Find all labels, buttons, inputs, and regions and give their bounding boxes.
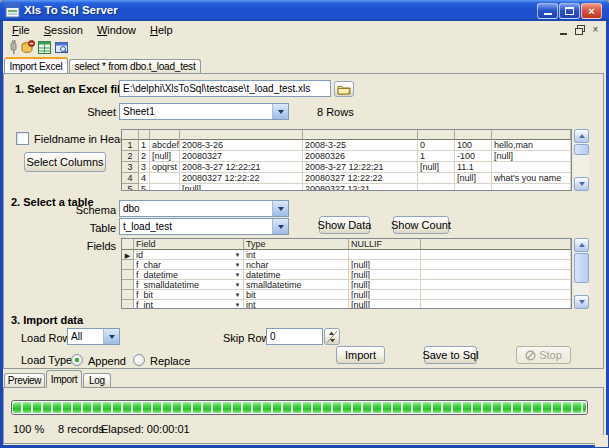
excel-preview-icon[interactable]	[37, 40, 52, 55]
row-number: 5	[122, 184, 139, 191]
cell	[492, 162, 571, 173]
dropdown-icon[interactable]: ▼	[233, 281, 242, 289]
chevron-down-icon[interactable]	[272, 201, 288, 216]
fields-grid-row[interactable]: f_smalldatetime▼ smalldatetime [null]	[122, 280, 571, 290]
app-icon[interactable]	[5, 3, 20, 18]
field-name: f_datetime	[136, 270, 178, 280]
fields-grid-row[interactable]: f_char▼ nchar [null]	[122, 260, 571, 270]
cell: [null]	[418, 162, 455, 173]
tab-log[interactable]: Log	[83, 373, 111, 387]
preview-grid-row[interactable]: 2 2 [null] 20080327 20080326 1 -100 [nul…	[122, 151, 571, 162]
elapsed-time-label: Elapsed: 00:00:01	[101, 423, 190, 435]
cell: 2008-3-26	[180, 140, 303, 151]
minimize-button[interactable]	[537, 3, 558, 19]
cell: 20080327 12:22:22	[303, 173, 418, 184]
sheet-combo[interactable]: Sheet1	[119, 103, 289, 120]
preview-grid-row[interactable]: 4 4 20080327 12:22:22 20080327 12:22:22 …	[122, 173, 571, 184]
schema-combo[interactable]: dbo	[119, 200, 289, 217]
dropdown-icon[interactable]: ▼	[233, 291, 242, 299]
table-combo[interactable]: t_load_test	[119, 218, 289, 235]
skip-rows-input[interactable]	[266, 328, 323, 345]
cell: 20080327	[180, 151, 303, 162]
scroll-thumb[interactable]	[574, 144, 589, 155]
resize-grip[interactable]	[595, 435, 608, 447]
fields-label: Fields	[56, 240, 116, 252]
menu-file[interactable]: File	[5, 22, 37, 38]
section3-title: 3. Import data	[11, 314, 83, 326]
dropdown-icon[interactable]: ▼	[233, 271, 242, 279]
schema-combo-value: dbo	[120, 201, 272, 216]
scroll-down-icon[interactable]	[574, 177, 589, 191]
tab-select-query[interactable]: select * from dbo.t_load_test	[69, 59, 201, 73]
preview-grid-row[interactable]: 3 3 opqrst 2008-3-27 12:22:21 2008-3-27 …	[122, 162, 571, 173]
disconnect-icon[interactable]	[20, 40, 35, 55]
field-type: int	[244, 250, 349, 260]
cell: opqrst	[150, 162, 180, 173]
menu-session[interactable]: Session	[37, 22, 90, 38]
tab-import[interactable]: Import	[46, 370, 82, 388]
scroll-down-icon[interactable]	[574, 295, 589, 309]
fieldname-in-header-checkbox[interactable]	[16, 132, 29, 145]
chevron-down-icon[interactable]	[103, 329, 119, 344]
fields-grid[interactable]: Field Type NULLIF ▶ id▼ int f_char▼ ncha…	[121, 238, 572, 309]
table-combo-value: t_load_test	[120, 219, 272, 234]
mdi-minimize-icon	[560, 33, 567, 35]
query-window-icon[interactable]	[54, 40, 69, 55]
table-label: Table	[56, 222, 116, 234]
mdi-minimize-button[interactable]	[557, 24, 570, 36]
radio-append[interactable]	[71, 354, 83, 366]
row-marker-icon: ▶	[125, 252, 130, 259]
fields-grid-row[interactable]: f_int▼ int [null]	[122, 300, 571, 309]
fields-grid-scrollbar[interactable]	[574, 238, 589, 309]
load-rows-combo-value: All	[68, 329, 103, 344]
scroll-up-icon[interactable]	[574, 238, 589, 252]
mdi-close-button[interactable]: ×	[589, 24, 602, 36]
fields-grid-row[interactable]: f_bit▼ bit [null]	[122, 290, 571, 300]
dropdown-icon[interactable]: ▼	[233, 251, 242, 259]
fields-grid-row[interactable]: f_datetime▼ datetime [null]	[122, 270, 571, 280]
fields-grid-row[interactable]: ▶ id▼ int	[122, 250, 571, 260]
import-button[interactable]: Import	[336, 346, 385, 364]
dropdown-icon[interactable]: ▼	[233, 261, 242, 269]
mdi-restore-icon	[575, 25, 585, 35]
show-data-button[interactable]: Show Data	[319, 216, 370, 234]
cell	[418, 184, 455, 191]
load-rows-combo[interactable]: All	[67, 328, 120, 345]
title-bar[interactable]: Xls To Sql Server ×	[0, 0, 609, 21]
dropdown-icon[interactable]: ▼	[233, 301, 242, 309]
field-nullif: [null]	[349, 300, 421, 309]
preview-grid-row[interactable]: 5 5 ... [null] 20080327 12:21	[122, 184, 571, 191]
mdi-restore-button[interactable]	[573, 24, 586, 36]
chevron-down-icon[interactable]	[272, 219, 288, 234]
select-columns-button[interactable]: Select Columns	[24, 152, 106, 172]
cell	[421, 270, 571, 280]
cell: 0	[418, 140, 455, 151]
preview-grid-scrollbar[interactable]	[574, 129, 589, 191]
menu-help[interactable]: Help	[143, 22, 180, 38]
show-count-button[interactable]: Show Count	[393, 216, 449, 234]
menu-window[interactable]: Window	[90, 22, 143, 38]
tab-preview[interactable]: Preview	[4, 373, 45, 387]
skip-rows-spinner[interactable]	[324, 328, 340, 345]
excel-file-input[interactable]	[119, 80, 331, 97]
header-type: Type	[244, 239, 349, 250]
excel-preview-grid[interactable]: 1 1 abcdefg 2008-3-26 2008-3-25 0 100 he…	[121, 129, 572, 191]
radio-replace[interactable]	[133, 354, 145, 366]
row-indicator	[122, 280, 134, 290]
browse-file-button[interactable]	[334, 81, 354, 97]
connect-icon[interactable]	[6, 40, 21, 55]
close-button[interactable]: ×	[581, 3, 602, 19]
field-nullif: [null]	[349, 260, 421, 270]
chevron-down-icon[interactable]	[272, 104, 288, 119]
row-number: 1	[122, 140, 139, 151]
save-to-sql-button[interactable]: Save to Sql	[424, 346, 477, 364]
close-icon: ×	[588, 5, 594, 17]
preview-grid-row[interactable]: 1 1 abcdefg 2008-3-26 2008-3-25 0 100 he…	[122, 140, 571, 151]
maximize-button[interactable]	[559, 3, 580, 19]
cell: 2	[139, 151, 150, 162]
scroll-thumb[interactable]	[574, 253, 589, 283]
tab-import-excel[interactable]: Import Excel	[4, 57, 68, 73]
scroll-up-icon[interactable]	[574, 129, 589, 143]
cell	[492, 184, 571, 191]
cell: 4	[139, 173, 150, 184]
